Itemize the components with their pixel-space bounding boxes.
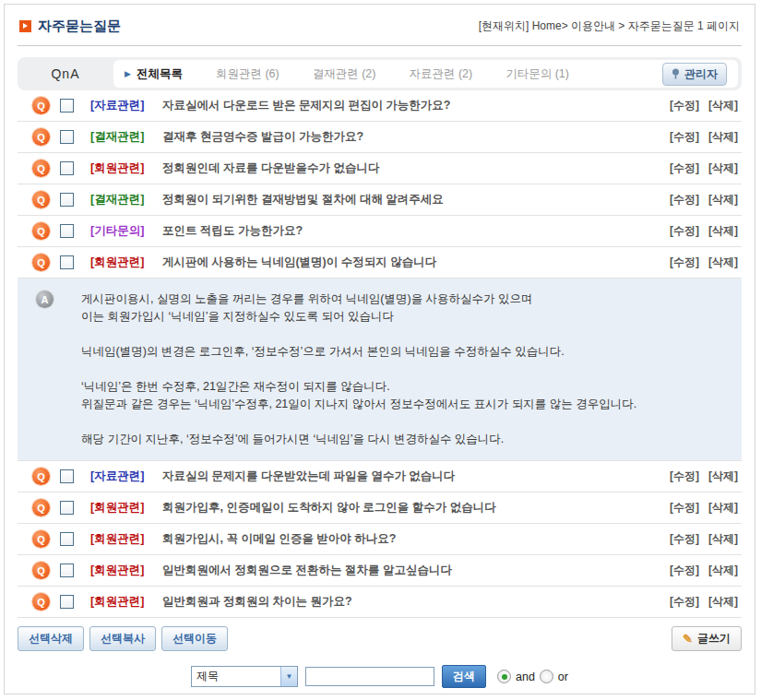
delete-selected-button[interactable]: 선택삭제 bbox=[18, 626, 84, 651]
row-checkbox[interactable] bbox=[60, 532, 74, 546]
question-badge-icon: Q bbox=[32, 530, 50, 548]
tab-member[interactable]: 회원관련 (6) bbox=[216, 66, 279, 82]
row-question[interactable]: 회원가입시, 꼭 이메일 인증을 받아야 하나요? bbox=[162, 531, 670, 547]
admin-pin-icon bbox=[672, 68, 680, 79]
table-row: Q [자료관련] 자료실의 문제지를 다운받았는데 파일을 열수가 없습니다 [… bbox=[18, 461, 742, 492]
faq-page: 자주묻는질문 [현재위치] Home> 이용안내 > 자주묻는질문 1 페이지 … bbox=[4, 4, 755, 694]
row-question[interactable]: 일반회원에서 정회원으로 전환하는 절차를 알고싶습니다 bbox=[162, 563, 670, 578]
table-row: Q [결재관련] 결재후 현금영수증 발급이 가능한가요? [수정][삭제] bbox=[18, 122, 742, 153]
tab-data[interactable]: 자료관련 (2) bbox=[409, 66, 472, 82]
edit-link[interactable]: [수정] bbox=[670, 563, 699, 578]
admin-button-label: 관리자 bbox=[684, 66, 718, 82]
and-label[interactable]: and bbox=[516, 670, 535, 683]
edit-link[interactable]: [수정] bbox=[670, 255, 699, 270]
answer-badge-icon: A bbox=[36, 291, 54, 308]
row-checkbox[interactable] bbox=[60, 130, 74, 144]
delete-link[interactable]: [삭제] bbox=[708, 531, 738, 547]
row-checkbox[interactable] bbox=[60, 99, 74, 113]
question-badge-icon: Q bbox=[32, 499, 50, 516]
edit-link[interactable]: [수정] bbox=[670, 500, 699, 516]
write-post-button[interactable]: ✎ 글쓰기 bbox=[672, 626, 742, 651]
row-checkbox[interactable] bbox=[60, 161, 74, 175]
answer-line: 게시판이용시, 실명의 노출을 꺼리는 경우를 위하여 닉네임(별명)을 사용하… bbox=[81, 291, 636, 308]
row-question[interactable]: 포인트 적립도 가능한가요? bbox=[162, 223, 670, 239]
copy-selected-button[interactable]: 선택복사 bbox=[89, 626, 156, 651]
tabs-area: ▶ 전체목록 회원관련 (6) 결재관련 (2) 자료관련 (2) 기타문의 (… bbox=[113, 60, 738, 88]
row-checkbox[interactable] bbox=[60, 469, 74, 483]
row-category: [자료관련] bbox=[90, 469, 151, 484]
button-label: 선택복사 bbox=[101, 631, 145, 647]
table-row: Q [회원관련] 회원가입후, 인증메일이 도착하지 않아 로그인을 할수가 없… bbox=[18, 492, 742, 524]
delete-link[interactable]: [삭제] bbox=[708, 223, 738, 239]
row-category: [자료관련] bbox=[90, 98, 151, 113]
edit-link[interactable]: [수정] bbox=[670, 98, 699, 113]
row-checkbox[interactable] bbox=[60, 501, 74, 515]
answer-line: 이는 회원가입시 ‘닉네임’을 지정하실수 있도록 되어 있습니다 bbox=[81, 308, 636, 326]
answer-line: 닉네임(별명)의 변경은 로그인후, ‘정보수정’으로 가셔서 본인의 닉네임을… bbox=[81, 343, 636, 361]
page-title: 자주묻는질문 bbox=[19, 18, 121, 35]
edit-link[interactable]: [수정] bbox=[670, 223, 699, 239]
and-radio[interactable] bbox=[497, 670, 511, 683]
question-badge-icon: Q bbox=[32, 593, 50, 611]
tab-payment[interactable]: 결재관련 (2) bbox=[313, 66, 376, 82]
edit-link[interactable]: [수정] bbox=[670, 531, 699, 547]
or-label[interactable]: or bbox=[558, 670, 568, 683]
delete-link[interactable]: [삭제] bbox=[708, 469, 738, 484]
row-category: [회원관련] bbox=[90, 594, 151, 610]
move-selected-button[interactable]: 선택이동 bbox=[161, 626, 228, 651]
answer-text: 게시판이용시, 실명의 노출을 꺼리는 경우를 위하여 닉네임(별명)을 사용하… bbox=[81, 291, 636, 448]
row-checkbox[interactable] bbox=[60, 224, 74, 238]
edit-link[interactable]: [수정] bbox=[670, 160, 699, 176]
row-question[interactable]: 자료실에서 다운로드 받은 문제지의 편집이 가능한가요? bbox=[162, 98, 670, 113]
question-badge-icon: Q bbox=[32, 254, 50, 271]
search-field-select[interactable]: 제목 ▼ bbox=[191, 666, 298, 687]
row-checkbox[interactable] bbox=[60, 193, 74, 207]
breadcrumb: [현재위치] Home> 이용안내 > 자주묻는질문 1 페이지 bbox=[479, 18, 740, 34]
delete-link[interactable]: [삭제] bbox=[708, 192, 738, 208]
answer-line bbox=[81, 413, 636, 431]
button-label: 검색 bbox=[453, 670, 475, 682]
delete-link[interactable]: [삭제] bbox=[708, 594, 738, 610]
row-question[interactable]: 결재후 현금영수증 발급이 가능한가요? bbox=[162, 129, 670, 145]
list-actions: 선택삭제 선택복사 선택이동 ✎ 글쓰기 bbox=[18, 626, 742, 651]
tab-all[interactable]: ▶ 전체목록 bbox=[125, 66, 183, 82]
delete-link[interactable]: [삭제] bbox=[708, 255, 738, 270]
tab-etc[interactable]: 기타문의 (1) bbox=[505, 66, 569, 82]
row-question[interactable]: 정회원인데 자료를 다운받을수가 없습니다 bbox=[162, 160, 670, 176]
row-question[interactable]: 회원가입후, 인증메일이 도착하지 않아 로그인을 할수가 없습니다 bbox=[162, 500, 670, 516]
delete-link[interactable]: [삭제] bbox=[708, 98, 738, 113]
question-badge-icon: Q bbox=[32, 222, 50, 240]
delete-link[interactable]: [삭제] bbox=[708, 129, 738, 145]
question-badge-icon: Q bbox=[32, 468, 50, 485]
table-row: Q [기타문의] 포인트 적립도 가능한가요? [수정][삭제] bbox=[18, 216, 742, 247]
row-question[interactable]: 일반회원과 정회원의 차이는 뭔가요? bbox=[162, 594, 670, 610]
edit-link[interactable]: [수정] bbox=[670, 469, 699, 484]
question-badge-icon: Q bbox=[32, 128, 50, 146]
search-button[interactable]: 검색 bbox=[442, 665, 486, 688]
table-row: Q [회원관련] 일반회원에서 정회원으로 전환하는 절차를 알고싶습니다 [수… bbox=[18, 555, 742, 587]
row-question[interactable]: 정회원이 되기위한 결재방법및 절차에 대해 알려주세요 bbox=[162, 192, 670, 208]
pencil-icon: ✎ bbox=[683, 633, 693, 645]
search-bar: 제목 ▼ 검색 and or bbox=[18, 665, 742, 688]
delete-link[interactable]: [삭제] bbox=[708, 563, 738, 578]
table-row: Q [자료관련] 자료실에서 다운로드 받은 문제지의 편집이 가능한가요? [… bbox=[18, 90, 742, 122]
answer-line bbox=[81, 326, 636, 343]
row-category: [회원관련] bbox=[90, 255, 151, 270]
search-input[interactable] bbox=[305, 667, 434, 686]
delete-link[interactable]: [삭제] bbox=[708, 160, 738, 176]
row-category: [기타문의] bbox=[90, 223, 151, 239]
admin-button[interactable]: 관리자 bbox=[662, 63, 727, 86]
edit-link[interactable]: [수정] bbox=[670, 594, 699, 610]
row-question[interactable]: 게시판에 사용하는 닉네임(별명)이 수정되지 않습니다 bbox=[162, 255, 670, 270]
row-checkbox[interactable] bbox=[60, 595, 74, 609]
row-question[interactable]: 자료실의 문제지를 다운받았는데 파일을 열수가 없습니다 bbox=[162, 469, 670, 484]
edit-link[interactable]: [수정] bbox=[670, 192, 699, 208]
edit-link[interactable]: [수정] bbox=[670, 129, 699, 145]
delete-link[interactable]: [삭제] bbox=[708, 500, 738, 516]
category-tabbar: QnA ▶ 전체목록 회원관련 (6) 결재관련 (2) 자료관련 (2) 기타… bbox=[18, 57, 742, 90]
row-checkbox[interactable] bbox=[60, 564, 74, 577]
row-checkbox[interactable] bbox=[60, 255, 74, 269]
row-category: [회원관련] bbox=[90, 500, 151, 516]
row-category: [결재관련] bbox=[90, 192, 151, 208]
or-radio[interactable] bbox=[540, 670, 553, 683]
